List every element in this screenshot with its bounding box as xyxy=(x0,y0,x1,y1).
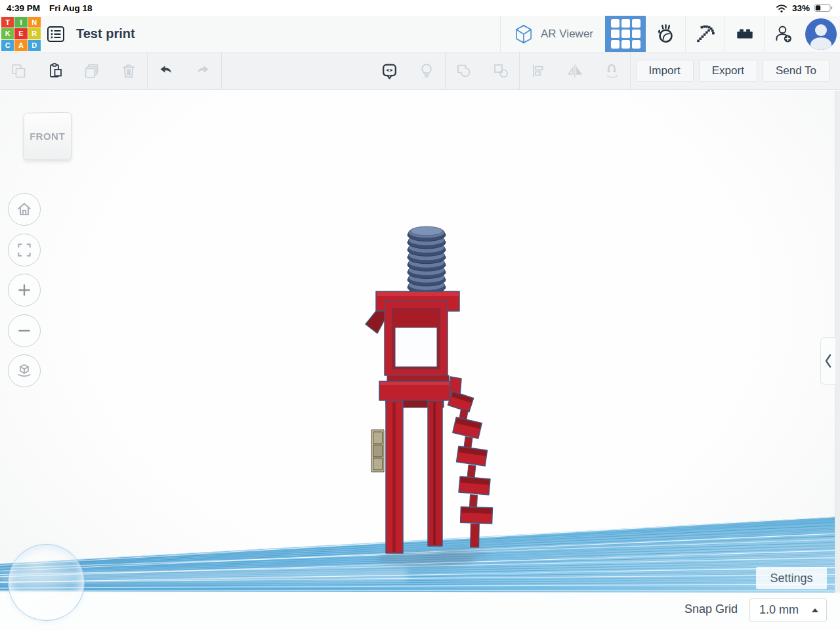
tinkercad-app: 4:39 PM Fri Aug 18 33% T I xyxy=(0,0,840,630)
logo-tile: E xyxy=(14,28,27,39)
steaming-cookie-icon xyxy=(654,23,677,45)
zoom-in-button[interactable] xyxy=(8,274,41,306)
zoom-out-button[interactable] xyxy=(8,314,41,347)
undo-button[interactable] xyxy=(148,52,184,89)
ios-status-bar: 4:39 PM Fri Aug 18 33% xyxy=(0,0,840,16)
import-button[interactable]: Import xyxy=(636,60,694,82)
chevron-left-icon xyxy=(823,352,833,369)
delete-button[interactable] xyxy=(110,52,147,89)
model-3d xyxy=(366,226,492,553)
shapes-panel-toggle[interactable] xyxy=(820,337,835,385)
show-all-button[interactable] xyxy=(371,52,408,89)
battery-percent: 33% xyxy=(792,3,810,13)
logo-tile: T xyxy=(1,17,14,28)
logo-tile: I xyxy=(14,17,27,28)
caret-up-icon xyxy=(812,608,818,612)
redo-button[interactable] xyxy=(184,52,221,89)
latch-part xyxy=(371,430,384,472)
shapes-panel-collapsed xyxy=(835,91,840,593)
bricks-mode-button[interactable] xyxy=(724,16,764,52)
copy-button[interactable] xyxy=(0,52,37,89)
logo-tile: D xyxy=(28,40,41,51)
perspective-toggle-button[interactable] xyxy=(8,354,41,387)
toolbar-separator xyxy=(630,52,631,89)
screw-thread xyxy=(408,226,446,301)
view-cube[interactable]: FRONT xyxy=(23,112,72,161)
ar-cube-icon xyxy=(513,23,535,45)
fit-view-button[interactable] xyxy=(8,234,41,266)
list-icon xyxy=(45,24,66,45)
chain-links xyxy=(448,391,492,547)
edit-toolbar: Import Export Send To xyxy=(0,52,840,90)
align-button[interactable] xyxy=(520,52,556,89)
battery-icon xyxy=(814,3,833,12)
person-add-icon xyxy=(772,23,795,45)
wifi-icon xyxy=(775,3,788,13)
group-button[interactable] xyxy=(446,52,482,89)
logo-tile: R xyxy=(28,28,41,39)
view-cube-face-label: FRONT xyxy=(30,131,65,142)
orbit-touch-ring[interactable] xyxy=(8,544,85,621)
export-button[interactable]: Export xyxy=(699,60,757,82)
lego-brick-icon xyxy=(734,23,756,45)
minecraft-mode-button[interactable] xyxy=(685,16,724,52)
paste-button[interactable] xyxy=(37,52,74,89)
tinkercad-logo[interactable]: T I N K E R C A D xyxy=(1,17,41,51)
logo-tile: C xyxy=(1,40,14,51)
mirror-button[interactable] xyxy=(556,52,593,89)
snap-grid-value: 1.0 mm xyxy=(759,603,799,617)
snap-grid-select[interactable]: 1.0 mm xyxy=(749,598,827,621)
ar-viewer-label: AR Viewer xyxy=(541,28,593,41)
clock-date: Fri Aug 18 xyxy=(49,3,93,13)
ungroup-button[interactable] xyxy=(482,52,519,89)
scene-3d xyxy=(0,91,840,630)
logo-tile: A xyxy=(14,40,27,51)
blocks-grid-mode-button[interactable] xyxy=(605,16,646,52)
logo-tile: K xyxy=(1,28,14,39)
invite-collaborator-button[interactable] xyxy=(764,16,802,52)
design-menu-button[interactable] xyxy=(41,16,71,52)
canvas-footer: Snap Grid 1.0 mm xyxy=(0,593,840,630)
grid-icon xyxy=(611,19,640,49)
ar-viewer-button[interactable]: AR Viewer xyxy=(500,16,605,52)
cookie-mode-button[interactable] xyxy=(646,16,685,52)
clock-time: 4:39 PM xyxy=(7,3,40,13)
account-avatar-button[interactable] xyxy=(802,16,840,52)
app-header: T I N K E R C A D Test print xyxy=(0,16,840,52)
duplicate-button[interactable] xyxy=(74,52,110,89)
hide-lightbulb-button[interactable] xyxy=(408,52,445,89)
pickaxe-icon xyxy=(694,23,717,45)
design-canvas[interactable]: FRONT xyxy=(0,91,840,630)
home-view-button[interactable] xyxy=(8,193,41,226)
magnet-button[interactable] xyxy=(593,52,630,89)
send-to-button[interactable]: Send To xyxy=(763,60,830,82)
snap-grid-label: Snap Grid xyxy=(684,602,738,616)
logo-tile: N xyxy=(28,17,41,28)
avatar xyxy=(805,18,837,50)
design-title: Test print xyxy=(76,26,135,41)
settings-button[interactable]: Settings xyxy=(756,567,827,589)
toolbar-separator xyxy=(221,52,222,89)
